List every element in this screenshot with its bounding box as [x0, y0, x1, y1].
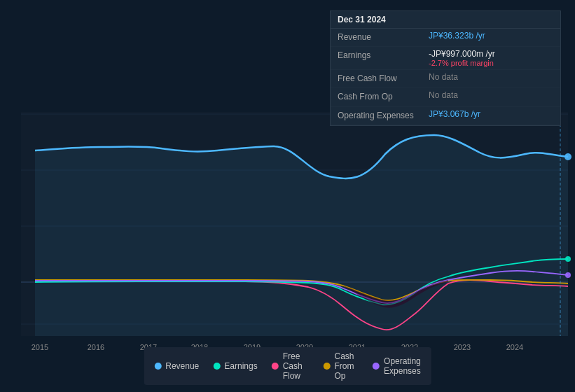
- tooltip-row-opex: Operating Expenses JP¥3.067b /yr: [331, 107, 560, 125]
- tooltip-value-earnings: -JP¥997.000m /yr -2.7% profit margin: [429, 49, 553, 67]
- tooltip-label-revenue: Revenue: [338, 31, 429, 44]
- tooltip-value-revenue: JP¥36.323b /yr: [429, 31, 553, 41]
- legend-item-earnings[interactable]: Earnings: [213, 361, 257, 371]
- legend-label-cashfromop: Cash From Op: [334, 351, 359, 381]
- svg-text:2024: 2024: [506, 343, 523, 351]
- legend-label-earnings: Earnings: [224, 361, 257, 371]
- svg-text:2015: 2015: [32, 343, 48, 351]
- tooltip-date: Dec 31 2024: [331, 11, 560, 29]
- tooltip-value-fcf: No data: [429, 72, 553, 82]
- legend-dot-revenue: [154, 363, 161, 370]
- tooltip-label-fcf: Free Cash Flow: [338, 72, 429, 85]
- legend-dot-opex: [373, 363, 380, 370]
- legend-label-revenue: Revenue: [165, 361, 199, 371]
- tooltip-value-cashfromop: No data: [429, 90, 553, 100]
- legend-label-fcf: Free Cash Flow: [283, 351, 310, 381]
- tooltip-sub-earnings: -2.7% profit margin: [429, 59, 553, 67]
- chart-legend: Revenue Earnings Free Cash Flow Cash Fro…: [144, 347, 431, 385]
- tooltip-row-fcf: Free Cash Flow No data: [331, 70, 560, 88]
- tooltip-box: Dec 31 2024 Revenue JP¥36.323b /yr Earni…: [330, 10, 561, 126]
- legend-label-opex: Operating Expenses: [384, 356, 421, 376]
- legend-item-opex[interactable]: Operating Expenses: [373, 356, 421, 376]
- svg-point-11: [565, 272, 571, 278]
- legend-item-fcf[interactable]: Free Cash Flow: [272, 351, 310, 381]
- tooltip-label-cashfromop: Cash From Op: [338, 90, 429, 104]
- tooltip-value-opex: JP¥3.067b /yr: [429, 109, 553, 119]
- tooltip-row-revenue: Revenue JP¥36.323b /yr: [331, 29, 560, 47]
- legend-dot-fcf: [272, 363, 279, 370]
- tooltip-label-earnings: Earnings: [338, 49, 429, 62]
- svg-text:2016: 2016: [88, 343, 104, 351]
- legend-dot-earnings: [213, 363, 220, 370]
- svg-text:2023: 2023: [454, 343, 471, 351]
- tooltip-label-opex: Operating Expenses: [338, 109, 429, 122]
- legend-item-revenue[interactable]: Revenue: [154, 361, 199, 371]
- svg-point-9: [564, 153, 571, 160]
- chart-container: Dec 31 2024 Revenue JP¥36.323b /yr Earni…: [0, 0, 575, 392]
- legend-dot-cashfromop: [323, 363, 330, 370]
- legend-item-cashfromop[interactable]: Cash From Op: [323, 351, 359, 381]
- tooltip-row-earnings: Earnings -JP¥997.000m /yr -2.7% profit m…: [331, 47, 560, 70]
- svg-point-10: [565, 256, 571, 262]
- tooltip-row-cashfromop: Cash From Op No data: [331, 88, 560, 106]
